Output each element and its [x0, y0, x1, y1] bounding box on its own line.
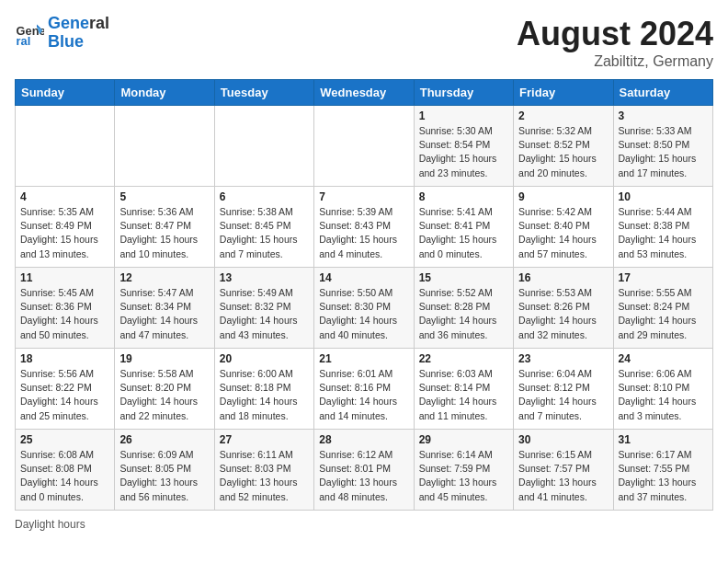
- week-row-1: 1Sunrise: 5:30 AM Sunset: 8:54 PM Daylig…: [16, 106, 713, 187]
- day-info: Sunrise: 5:58 AM Sunset: 8:20 PM Dayligh…: [119, 367, 209, 423]
- day-info: Sunrise: 5:33 AM Sunset: 8:50 PM Dayligh…: [619, 124, 708, 180]
- week-row-4: 18Sunrise: 5:56 AM Sunset: 8:22 PM Dayli…: [16, 349, 713, 430]
- day-cell: 5Sunrise: 5:36 AM Sunset: 8:47 PM Daylig…: [115, 187, 214, 268]
- day-number: 22: [419, 352, 508, 365]
- day-cell: 29Sunrise: 6:14 AM Sunset: 7:59 PM Dayli…: [414, 430, 513, 511]
- day-info: Sunrise: 5:32 AM Sunset: 8:52 PM Dayligh…: [518, 124, 608, 180]
- day-info: Sunrise: 5:53 AM Sunset: 8:26 PM Dayligh…: [518, 286, 608, 342]
- day-number: 5: [119, 190, 209, 203]
- footer-note: Daylight hours: [15, 518, 713, 531]
- page-header: Gene ral GeneralBlue August 2024 Zabilti…: [15, 15, 713, 70]
- day-number: 19: [119, 352, 209, 365]
- day-cell: 8Sunrise: 5:41 AM Sunset: 8:41 PM Daylig…: [414, 187, 513, 268]
- day-header-sunday: Sunday: [16, 80, 115, 106]
- week-row-3: 11Sunrise: 5:45 AM Sunset: 8:36 PM Dayli…: [16, 268, 713, 349]
- day-header-monday: Monday: [115, 80, 214, 106]
- day-number: 18: [20, 352, 109, 365]
- day-info: Sunrise: 5:49 AM Sunset: 8:32 PM Dayligh…: [220, 286, 309, 342]
- day-cell: 14Sunrise: 5:50 AM Sunset: 8:30 PM Dayli…: [314, 268, 414, 349]
- day-info: Sunrise: 6:01 AM Sunset: 8:16 PM Dayligh…: [319, 367, 408, 423]
- day-info: Sunrise: 6:09 AM Sunset: 8:05 PM Dayligh…: [119, 448, 209, 504]
- day-cell: 3Sunrise: 5:33 AM Sunset: 8:50 PM Daylig…: [613, 106, 712, 187]
- day-cell: 9Sunrise: 5:42 AM Sunset: 8:40 PM Daylig…: [514, 187, 613, 268]
- day-number: 25: [20, 433, 109, 446]
- day-number: 21: [319, 352, 408, 365]
- month-year: August 2024: [517, 15, 713, 53]
- day-info: Sunrise: 6:00 AM Sunset: 8:18 PM Dayligh…: [220, 367, 309, 423]
- day-cell: 10Sunrise: 5:44 AM Sunset: 8:38 PM Dayli…: [613, 187, 712, 268]
- day-cell: 27Sunrise: 6:11 AM Sunset: 8:03 PM Dayli…: [214, 430, 313, 511]
- day-info: Sunrise: 6:14 AM Sunset: 7:59 PM Dayligh…: [419, 448, 508, 504]
- day-cell: 1Sunrise: 5:30 AM Sunset: 8:54 PM Daylig…: [414, 106, 513, 187]
- day-cell: [115, 106, 214, 187]
- day-cell: 21Sunrise: 6:01 AM Sunset: 8:16 PM Dayli…: [314, 349, 414, 430]
- day-cell: [16, 106, 115, 187]
- day-number: 14: [319, 271, 408, 284]
- day-number: 9: [518, 190, 608, 203]
- day-number: 3: [619, 109, 708, 122]
- day-number: 6: [220, 190, 309, 203]
- day-info: Sunrise: 5:39 AM Sunset: 8:43 PM Dayligh…: [319, 205, 408, 261]
- day-cell: 2Sunrise: 5:32 AM Sunset: 8:52 PM Daylig…: [514, 106, 613, 187]
- days-header-row: SundayMondayTuesdayWednesdayThursdayFrid…: [16, 80, 713, 106]
- day-number: 11: [20, 271, 109, 284]
- day-info: Sunrise: 5:47 AM Sunset: 8:34 PM Dayligh…: [119, 286, 209, 342]
- day-number: 4: [20, 190, 109, 203]
- day-number: 27: [220, 433, 309, 446]
- day-cell: 18Sunrise: 5:56 AM Sunset: 8:22 PM Dayli…: [16, 349, 115, 430]
- day-info: Sunrise: 5:41 AM Sunset: 8:41 PM Dayligh…: [419, 205, 508, 261]
- day-cell: 4Sunrise: 5:35 AM Sunset: 8:49 PM Daylig…: [16, 187, 115, 268]
- day-cell: 23Sunrise: 6:04 AM Sunset: 8:12 PM Dayli…: [514, 349, 613, 430]
- day-cell: 12Sunrise: 5:47 AM Sunset: 8:34 PM Dayli…: [115, 268, 214, 349]
- day-number: 26: [119, 433, 209, 446]
- day-cell: [214, 106, 313, 187]
- location: Zabiltitz, Germany: [517, 53, 713, 70]
- week-row-5: 25Sunrise: 6:08 AM Sunset: 8:08 PM Dayli…: [16, 430, 713, 511]
- logo: Gene ral GeneralBlue: [15, 15, 109, 52]
- day-info: Sunrise: 5:45 AM Sunset: 8:36 PM Dayligh…: [20, 286, 109, 342]
- day-cell: 16Sunrise: 5:53 AM Sunset: 8:26 PM Dayli…: [514, 268, 613, 349]
- day-header-tuesday: Tuesday: [214, 80, 313, 106]
- day-cell: 28Sunrise: 6:12 AM Sunset: 8:01 PM Dayli…: [314, 430, 414, 511]
- day-info: Sunrise: 5:35 AM Sunset: 8:49 PM Dayligh…: [20, 205, 109, 261]
- week-row-2: 4Sunrise: 5:35 AM Sunset: 8:49 PM Daylig…: [16, 187, 713, 268]
- logo-icon: Gene ral: [15, 18, 44, 48]
- day-info: Sunrise: 6:11 AM Sunset: 8:03 PM Dayligh…: [220, 448, 309, 504]
- day-info: Sunrise: 5:55 AM Sunset: 8:24 PM Dayligh…: [619, 286, 708, 342]
- day-info: Sunrise: 5:36 AM Sunset: 8:47 PM Dayligh…: [119, 205, 209, 261]
- day-number: 7: [319, 190, 408, 203]
- day-number: 29: [419, 433, 508, 446]
- day-info: Sunrise: 5:38 AM Sunset: 8:45 PM Dayligh…: [220, 205, 309, 261]
- day-number: 30: [518, 433, 608, 446]
- day-header-thursday: Thursday: [414, 80, 513, 106]
- day-number: 23: [518, 352, 608, 365]
- day-number: 10: [619, 190, 708, 203]
- day-number: 16: [518, 271, 608, 284]
- day-cell: 7Sunrise: 5:39 AM Sunset: 8:43 PM Daylig…: [314, 187, 414, 268]
- day-info: Sunrise: 5:50 AM Sunset: 8:30 PM Dayligh…: [319, 286, 408, 342]
- day-info: Sunrise: 6:06 AM Sunset: 8:10 PM Dayligh…: [619, 367, 708, 423]
- day-info: Sunrise: 5:30 AM Sunset: 8:54 PM Dayligh…: [419, 124, 508, 180]
- day-number: 28: [319, 433, 408, 446]
- day-number: 15: [419, 271, 508, 284]
- day-info: Sunrise: 6:03 AM Sunset: 8:14 PM Dayligh…: [419, 367, 508, 423]
- day-info: Sunrise: 5:44 AM Sunset: 8:38 PM Dayligh…: [619, 205, 708, 261]
- svg-text:ral: ral: [17, 34, 31, 48]
- logo-text: GeneralBlue: [48, 15, 109, 52]
- day-info: Sunrise: 6:15 AM Sunset: 7:57 PM Dayligh…: [518, 448, 608, 504]
- day-number: 13: [220, 271, 309, 284]
- day-cell: 26Sunrise: 6:09 AM Sunset: 8:05 PM Dayli…: [115, 430, 214, 511]
- day-cell: 25Sunrise: 6:08 AM Sunset: 8:08 PM Dayli…: [16, 430, 115, 511]
- day-info: Sunrise: 5:56 AM Sunset: 8:22 PM Dayligh…: [20, 367, 109, 423]
- day-info: Sunrise: 6:04 AM Sunset: 8:12 PM Dayligh…: [518, 367, 608, 423]
- day-number: 2: [518, 109, 608, 122]
- day-cell: 22Sunrise: 6:03 AM Sunset: 8:14 PM Dayli…: [414, 349, 513, 430]
- day-cell: 19Sunrise: 5:58 AM Sunset: 8:20 PM Dayli…: [115, 349, 214, 430]
- day-header-friday: Friday: [514, 80, 613, 106]
- day-number: 24: [619, 352, 708, 365]
- day-number: 31: [619, 433, 708, 446]
- day-header-wednesday: Wednesday: [314, 80, 414, 106]
- day-number: 8: [419, 190, 508, 203]
- title-block: August 2024 Zabiltitz, Germany: [517, 15, 713, 70]
- day-number: 20: [220, 352, 309, 365]
